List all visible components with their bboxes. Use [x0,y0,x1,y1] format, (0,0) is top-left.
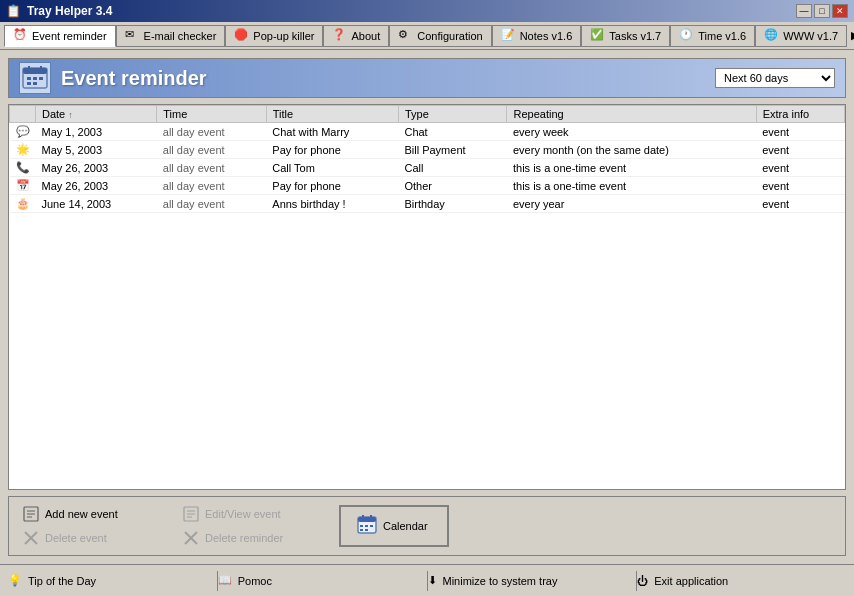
table-row[interactable]: 🌟 May 5, 2003 all day event Pay for phon… [10,141,845,159]
edit-event-icon [183,506,199,522]
exit-label: Exit application [654,575,728,587]
row-repeating: this is a one-time event [507,177,756,195]
svg-rect-27 [370,525,373,527]
col-date[interactable]: Date ↑ [36,106,157,123]
tab-tasks[interactable]: ✅ Tasks v1.7 [581,25,670,47]
row-repeating: every month (on the same date) [507,141,756,159]
col-type[interactable]: Type [398,106,507,123]
row-icon: 📞 [10,159,36,177]
dropdown-container[interactable]: Next 60 days Next 7 days Next 30 days Ne… [715,68,835,88]
table-row[interactable]: 💬 May 1, 2003 all day event Chat with Ma… [10,123,845,141]
tab-popup-killer[interactable]: 🛑 Pop-up killer [225,25,323,47]
close-button[interactable]: ✕ [832,4,848,18]
table-row[interactable]: 📅 May 26, 2003 all day event Pay for pho… [10,177,845,195]
edit-event-button[interactable]: Edit/View event [179,504,339,524]
event-header-left: Event reminder [19,62,207,94]
row-date: May 26, 2003 [36,177,157,195]
tab-tasks-label: Tasks v1.7 [609,30,661,42]
tab-email-checker[interactable]: ✉ E-mail checker [116,25,226,47]
row-date: May 26, 2003 [36,159,157,177]
events-table: Date ↑ Time Title Type Repeating [9,105,845,213]
row-time: all day event [157,123,266,141]
toolbar: ⏰ Event reminder ✉ E-mail checker 🛑 Pop-… [0,22,854,50]
calendar-icon [357,515,377,537]
row-type: Chat [398,123,507,141]
svg-rect-1 [23,68,47,74]
row-title: Anns birthday ! [266,195,398,213]
tab-configuration-label: Configuration [417,30,482,42]
sort-arrow-date: ↑ [68,110,73,120]
delete-event-icon [23,530,39,546]
tab-event-reminder[interactable]: ⏰ Event reminder [4,25,116,47]
tab-email-checker-label: E-mail checker [144,30,217,42]
col-repeating[interactable]: Repeating [507,106,756,123]
add-event-button[interactable]: Add new event [19,504,179,524]
delete-reminder-icon [183,530,199,546]
email-checker-icon: ✉ [125,28,141,44]
minimize-tray-item[interactable]: ⬇ Minimize to system tray [428,574,637,587]
delete-event-button[interactable]: Delete event [19,528,179,548]
row-time: all day event [157,195,266,213]
row-date: May 5, 2003 [36,141,157,159]
title-controls: — □ ✕ [796,4,848,18]
action-bar: Add new event Delete event [8,496,846,556]
col-time[interactable]: Time [157,106,266,123]
row-type: Birthday [398,195,507,213]
time-icon: 🕐 [679,28,695,44]
svg-rect-4 [27,77,31,80]
calendar-btn-container[interactable]: Calendar [339,505,449,547]
row-date: May 1, 2003 [36,123,157,141]
row-extra: event [756,159,844,177]
exit-icon: ⏻ [637,575,648,587]
tab-about[interactable]: ❓ About [323,25,389,47]
events-table-container: Date ↑ Time Title Type Repeating [8,104,846,490]
middle-actions: Edit/View event Delete reminder [179,504,339,548]
tab-configuration[interactable]: ⚙ Configuration [389,25,491,47]
tip-of-day[interactable]: 💡 Tip of the Day [8,574,217,587]
row-type: Other [398,177,507,195]
tab-notes-label: Notes v1.6 [520,30,573,42]
minimize-tray-label: Minimize to system tray [443,575,558,587]
table-row[interactable]: 🎂 June 14, 2003 all day event Anns birth… [10,195,845,213]
col-extra[interactable]: Extra info [756,106,844,123]
row-extra: event [756,123,844,141]
svg-rect-26 [365,525,368,527]
delete-event-label: Delete event [45,532,107,544]
delete-reminder-button[interactable]: Delete reminder [179,528,339,548]
minimize-tray-icon: ⬇ [428,574,437,587]
calendar-button[interactable]: Calendar [339,505,449,547]
row-type: Call [398,159,507,177]
app-icon: 📋 [6,4,21,18]
popup-killer-icon: 🛑 [234,28,250,44]
edit-event-label: Edit/View event [205,508,281,520]
main-content: Event reminder Next 60 days Next 7 days … [0,50,854,564]
pomoc-label: Pomoc [238,575,272,587]
delete-reminder-label: Delete reminder [205,532,283,544]
svg-rect-5 [33,77,37,80]
tab-www[interactable]: 🌐 WWW v1.7 [755,25,847,47]
pomoc-item[interactable]: 📖 Pomoc [218,574,427,587]
svg-rect-29 [365,529,368,531]
title-bar: 📋 Tray Helper 3.4 — □ ✕ [0,0,854,22]
svg-rect-25 [360,525,363,527]
tab-time[interactable]: 🕐 Time v1.6 [670,25,755,47]
date-range-dropdown[interactable]: Next 60 days Next 7 days Next 30 days Ne… [715,68,835,88]
exit-item[interactable]: ⏻ Exit application [637,575,846,587]
table-row[interactable]: 📞 May 26, 2003 all day event Call Tom Ca… [10,159,845,177]
col-title[interactable]: Title [266,106,398,123]
event-header: Event reminder Next 60 days Next 7 days … [8,58,846,98]
row-title: Pay for phone [266,141,398,159]
svg-rect-7 [27,82,31,85]
window-title: Tray Helper 3.4 [27,4,112,18]
tab-notes[interactable]: 📝 Notes v1.6 [492,25,582,47]
tab-scroll-right[interactable]: ▶ [847,27,854,44]
tip-icon: 💡 [8,574,22,587]
row-icon: 🌟 [10,141,36,159]
minimize-button[interactable]: — [796,4,812,18]
row-date: June 14, 2003 [36,195,157,213]
svg-rect-6 [39,77,43,80]
add-event-icon [23,506,39,522]
row-icon: 🎂 [10,195,36,213]
maximize-button[interactable]: □ [814,4,830,18]
row-title: Chat with Marry [266,123,398,141]
